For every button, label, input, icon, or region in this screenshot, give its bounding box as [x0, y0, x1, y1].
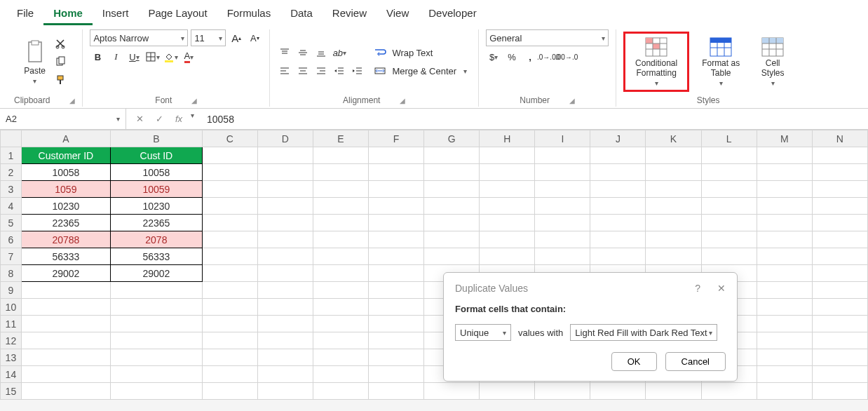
cell-M5[interactable] — [757, 215, 812, 231]
col-header-B[interactable]: B — [110, 130, 202, 147]
cell-J7[interactable] — [590, 248, 646, 265]
cell-D8[interactable] — [257, 265, 313, 282]
cell-M3[interactable] — [757, 181, 812, 198]
cell-F13[interactable] — [369, 349, 424, 366]
cell-H6[interactable] — [480, 231, 535, 248]
cell-M14[interactable] — [757, 366, 812, 383]
cell-C10[interactable] — [202, 299, 257, 316]
cell-E7[interactable] — [313, 248, 368, 265]
cell-A9[interactable] — [21, 282, 110, 299]
cell-E12[interactable] — [313, 332, 368, 349]
cell-C8[interactable] — [202, 265, 257, 282]
cell-E8[interactable] — [313, 265, 368, 282]
tab-insert[interactable]: Insert — [93, 3, 139, 25]
col-header-K[interactable]: K — [646, 130, 701, 147]
dialog-launcher-icon[interactable]: ◢ — [69, 97, 75, 105]
cell-F10[interactable] — [369, 299, 424, 316]
cell-J6[interactable] — [590, 231, 646, 248]
italic-button[interactable]: I — [108, 49, 123, 65]
cell-F3[interactable] — [369, 181, 424, 198]
cell-M4[interactable] — [757, 198, 812, 215]
cell-N3[interactable] — [812, 181, 867, 198]
cell-D12[interactable] — [257, 332, 313, 349]
tab-formulas[interactable]: Formulas — [217, 3, 281, 25]
cell-N10[interactable] — [812, 299, 867, 316]
align-center-button[interactable] — [295, 63, 311, 79]
align-top-button[interactable] — [277, 45, 292, 60]
cell-D9[interactable] — [257, 282, 313, 299]
cell-B11[interactable] — [110, 316, 202, 332]
col-header-N[interactable]: N — [812, 130, 867, 147]
cell-M13[interactable] — [757, 349, 812, 366]
col-header-M[interactable]: M — [757, 130, 812, 147]
cell-H4[interactable] — [480, 198, 535, 215]
tab-view[interactable]: View — [377, 3, 419, 25]
cell-C2[interactable] — [202, 164, 257, 181]
cancel-formula-button[interactable]: ✕ — [132, 112, 147, 127]
cell-M9[interactable] — [757, 282, 812, 299]
borders-button[interactable]: ▾ — [144, 49, 160, 65]
cell-I1[interactable] — [535, 147, 590, 164]
cell-E11[interactable] — [313, 316, 368, 332]
cell-D2[interactable] — [257, 164, 313, 181]
cell-C3[interactable] — [202, 181, 257, 198]
cell-L6[interactable] — [701, 231, 757, 248]
row-header-1[interactable]: 1 — [1, 147, 22, 164]
cell-G3[interactable] — [424, 181, 480, 198]
cell-B10[interactable] — [110, 299, 202, 316]
cell-N12[interactable] — [812, 332, 867, 349]
cell-I4[interactable] — [535, 198, 590, 215]
cell-F5[interactable] — [369, 215, 424, 231]
cell-H1[interactable] — [480, 147, 535, 164]
cell-E14[interactable] — [313, 366, 368, 383]
cell-A1[interactable]: Customer ID — [21, 147, 110, 164]
col-header-E[interactable]: E — [313, 130, 368, 147]
row-header-11[interactable]: 11 — [1, 316, 22, 332]
font-size-combo[interactable]: 11▾ — [191, 29, 226, 46]
cell-B15[interactable] — [110, 383, 202, 400]
cell-H2[interactable] — [480, 164, 535, 181]
cell-N8[interactable] — [812, 265, 867, 282]
cell-D7[interactable] — [257, 248, 313, 265]
select-all-corner[interactable] — [1, 130, 22, 147]
currency-button[interactable]: $ ▾ — [486, 49, 501, 65]
cell-J15[interactable] — [590, 383, 646, 400]
row-header-12[interactable]: 12 — [1, 332, 22, 349]
cell-I6[interactable] — [535, 231, 590, 248]
cell-A10[interactable] — [21, 299, 110, 316]
merge-center-button[interactable]: Merge & Center ▾ — [369, 63, 471, 79]
cell-M2[interactable] — [757, 164, 812, 181]
row-header-7[interactable]: 7 — [1, 248, 22, 265]
cell-E6[interactable] — [313, 231, 368, 248]
cell-G4[interactable] — [424, 198, 480, 215]
dialog-help-button[interactable]: ? — [695, 283, 700, 294]
row-header-2[interactable]: 2 — [1, 164, 22, 181]
cell-B8[interactable]: 29002 — [110, 265, 202, 282]
cell-K5[interactable] — [646, 215, 701, 231]
cell-F9[interactable] — [369, 282, 424, 299]
cell-G5[interactable] — [424, 215, 480, 231]
cell-I15[interactable] — [535, 383, 590, 400]
cell-A12[interactable] — [21, 332, 110, 349]
dialog-launcher-icon[interactable]: ◢ — [569, 97, 575, 105]
row-header-8[interactable]: 8 — [1, 265, 22, 282]
cell-B2[interactable]: 10058 — [110, 164, 202, 181]
cell-D11[interactable] — [257, 316, 313, 332]
col-header-G[interactable]: G — [424, 130, 480, 147]
cell-N11[interactable] — [812, 316, 867, 332]
tab-data[interactable]: Data — [280, 3, 323, 25]
cell-D10[interactable] — [257, 299, 313, 316]
col-header-H[interactable]: H — [480, 130, 535, 147]
cell-L5[interactable] — [701, 215, 757, 231]
comma-button[interactable]: , — [522, 49, 538, 65]
row-header-13[interactable]: 13 — [1, 349, 22, 366]
cell-D4[interactable] — [257, 198, 313, 215]
cell-L7[interactable] — [701, 248, 757, 265]
cell-C12[interactable] — [202, 332, 257, 349]
cell-B13[interactable] — [110, 349, 202, 366]
number-format-combo[interactable]: General▾ — [486, 29, 609, 46]
cell-D15[interactable] — [257, 383, 313, 400]
cell-A7[interactable]: 56333 — [21, 248, 110, 265]
tab-developer[interactable]: Developer — [419, 3, 486, 25]
cell-F6[interactable] — [369, 231, 424, 248]
